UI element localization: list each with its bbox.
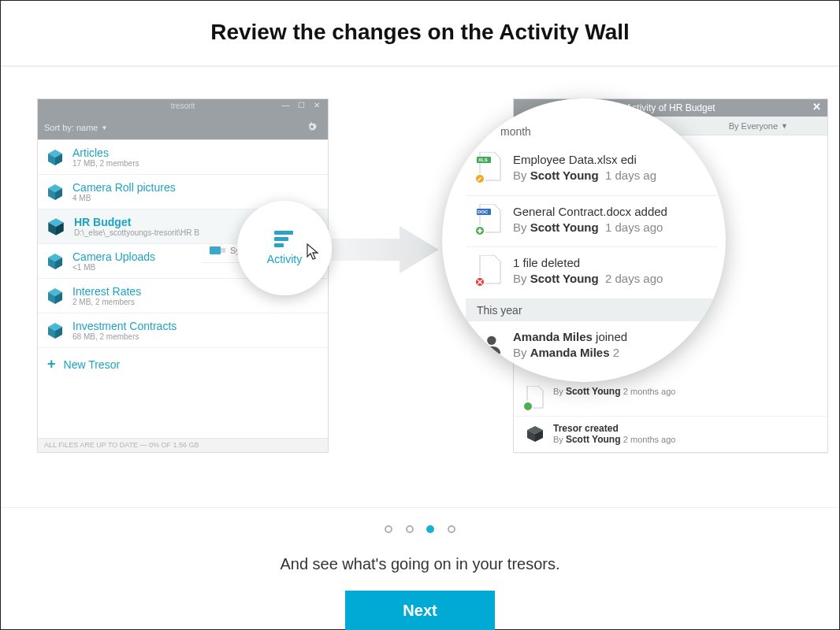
tresor-cube-icon <box>46 287 65 306</box>
caption: And see what's going on in your tresors. <box>1 555 839 573</box>
window-controls[interactable]: — ☐ ✕ <box>281 101 323 109</box>
edit-badge-icon <box>474 173 485 184</box>
arrow-right-icon <box>332 224 442 275</box>
next-button[interactable]: Next <box>345 591 495 630</box>
gear-icon[interactable] <box>306 120 318 135</box>
svg-rect-4 <box>274 243 284 247</box>
activity-magnifier: month XLS Employee Data.xlsx edi By Scot… <box>442 98 726 382</box>
page-dot[interactable] <box>385 525 392 533</box>
svg-rect-0 <box>210 246 221 254</box>
activity-item[interactable]: DOC General Contract.docx added By Scott… <box>466 196 718 248</box>
pagination-dots <box>1 522 839 536</box>
status-bar: ALL FILES ARE UP TO DATE — 0% OF 1.56 GB <box>38 438 328 452</box>
tresor-cube-icon <box>46 148 65 167</box>
activity-item[interactable]: 1 file deleted By Scott Young 2 days ago <box>466 247 718 299</box>
chevron-down-icon: ▼ <box>781 122 788 130</box>
onboarding-title-bar: Review the changes on the Activity Wall <box>1 1 839 67</box>
svg-text:XLS: XLS <box>478 158 488 162</box>
page-dot[interactable] <box>406 525 414 533</box>
svg-rect-1 <box>221 248 225 253</box>
app-name: tresorit <box>171 102 195 110</box>
tresor-item[interactable]: Investment Contracts68 MB, 2 members <box>38 313 328 348</box>
file-deleted-icon <box>477 255 502 285</box>
window-titlebar: tresorit — ☐ ✕ <box>38 99 328 116</box>
close-icon[interactable]: ✕ <box>812 101 821 113</box>
file-doc-icon: DOC <box>477 204 502 234</box>
svg-text:DOC: DOC <box>478 209 489 214</box>
activity-item[interactable]: Tresor createdBy Scott Young 2 months ag… <box>514 417 827 454</box>
activity-icon <box>274 231 295 248</box>
cursor-icon <box>307 243 321 264</box>
add-badge-icon <box>522 401 533 412</box>
illustration-stage: tresorit — ☐ ✕ Sort by: name ▼ Articles1… <box>1 67 839 508</box>
sort-label: Sort by: name <box>44 123 98 132</box>
delete-badge-icon <box>474 276 485 287</box>
sort-bar[interactable]: Sort by: name ▼ <box>38 116 328 139</box>
plus-icon: + <box>47 356 56 372</box>
section-label-year: This year <box>466 299 718 321</box>
activity-item[interactable]: XLS Employee Data.xlsx edi By Scott Youn… <box>466 144 718 196</box>
activity-item[interactable]: By Scott Young 2 months ago <box>514 380 827 417</box>
user-joined-icon <box>477 329 502 359</box>
tresor-item[interactable]: Articles17 MB, 2 members <box>38 140 328 175</box>
chevron-down-icon: ▼ <box>101 124 107 132</box>
tresor-cube-icon <box>46 217 66 237</box>
svg-rect-3 <box>274 237 288 241</box>
page-dot-active[interactable] <box>426 525 434 533</box>
file-icon <box>525 386 545 410</box>
tresor-cube-icon <box>46 321 65 340</box>
tresor-cube-icon <box>46 183 65 202</box>
activity-label: Activity <box>267 253 302 265</box>
file-xls-icon: XLS <box>477 152 502 182</box>
tresor-created-icon <box>525 423 545 447</box>
svg-point-9 <box>487 335 496 344</box>
add-badge-icon <box>474 225 485 236</box>
page-dot[interactable] <box>448 525 455 533</box>
svg-rect-2 <box>274 231 293 235</box>
page-title: Review the changes on the Activity Wall <box>1 20 839 45</box>
tresor-cube-icon <box>46 252 65 271</box>
svg-point-10 <box>478 343 488 353</box>
new-tresor-button[interactable]: + New Tresor <box>38 348 328 380</box>
